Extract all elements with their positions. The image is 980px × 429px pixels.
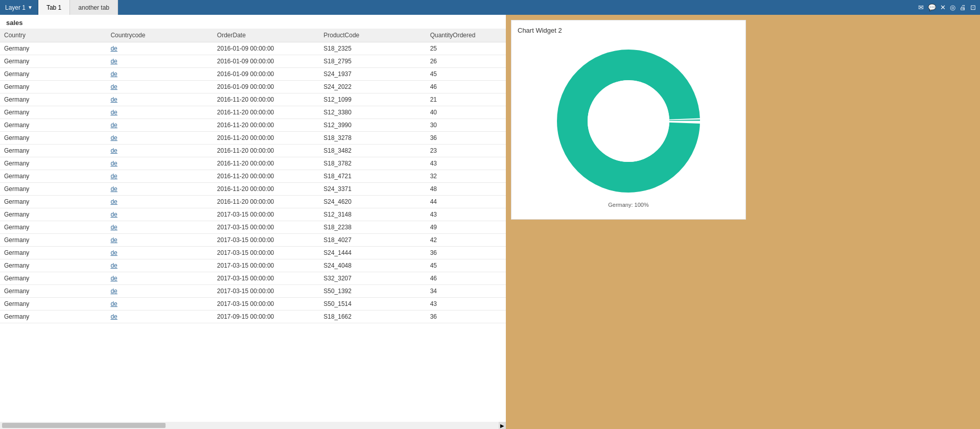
table-scroll-container[interactable]: Country Countrycode OrderDate ProductCod… [0, 29, 506, 422]
chart-title: Chart Widget 2 [518, 27, 739, 34]
donut-chart [552, 44, 705, 198]
table-row: Germanyde2016-01-09 00:00:00S18_232525 [0, 42, 506, 55]
col-header-productcode: ProductCode [319, 29, 426, 42]
table-row: Germanyde2016-11-20 00:00:00S12_338040 [0, 106, 506, 119]
table-row: Germanyde2016-01-09 00:00:00S18_279526 [0, 55, 506, 68]
box-icon[interactable]: ⊡ [970, 4, 976, 11]
table-title: sales [0, 15, 506, 29]
print-icon[interactable]: 🖨 [960, 4, 966, 11]
chart-widget: Chart Widget 2 Germany: 100% [511, 20, 746, 220]
donut-label: Germany: 100% [608, 202, 648, 208]
table-row: Germanyde2016-11-20 00:00:00S12_109921 [0, 93, 506, 106]
chart-panel: Chart Widget 2 Germany: 100% [506, 15, 980, 429]
table-row: Germanyde2017-03-15 00:00:00S50_151443 [0, 298, 506, 311]
mail-icon[interactable]: ✉ [918, 4, 924, 11]
horizontal-scrollbar[interactable]: ▶ [0, 422, 506, 429]
chat-icon[interactable]: 💬 [928, 4, 936, 11]
target-icon[interactable]: ◎ [950, 4, 955, 11]
table-panel: sales Country Countrycode OrderDate Prod… [0, 15, 506, 429]
table-row: Germanyde2016-11-20 00:00:00S24_337148 [0, 183, 506, 196]
table-row: Germanyde2016-11-20 00:00:00S12_399030 [0, 119, 506, 132]
tab-tab1[interactable]: Tab 1 [38, 0, 70, 15]
table-row: Germanyde2016-11-20 00:00:00S18_378243 [0, 157, 506, 170]
layer-label: Layer 1 [5, 4, 26, 11]
table-row: Germanyde2016-11-20 00:00:00S18_327836 [0, 132, 506, 145]
tab-another-tab[interactable]: another tab [70, 0, 118, 15]
table-row: Germanyde2016-01-09 00:00:00S24_202246 [0, 81, 506, 93]
layer-dropdown[interactable]: Layer 1 ▼ [0, 0, 38, 15]
table-row: Germanyde2017-03-15 00:00:00S18_402742 [0, 234, 506, 247]
table-row: Germanyde2017-03-15 00:00:00S24_144436 [0, 247, 506, 259]
table-row: Germanyde2016-11-20 00:00:00S18_472132 [0, 170, 506, 183]
close-icon[interactable]: ✕ [940, 4, 946, 11]
table-row: Germanyde2016-01-09 00:00:00S24_193745 [0, 68, 506, 81]
sales-table: Country Countrycode OrderDate ProductCod… [0, 29, 506, 323]
table-row: Germanyde2016-11-20 00:00:00S24_462044 [0, 196, 506, 208]
svg-point-2 [588, 80, 669, 162]
col-header-countrycode: Countrycode [106, 29, 213, 42]
table-row: Germanyde2016-11-20 00:00:00S18_348223 [0, 145, 506, 157]
col-header-qty: QuantityOrdered [426, 29, 506, 42]
h-scroll-right-arrow[interactable]: ▶ [499, 422, 506, 429]
h-scroll-thumb[interactable] [2, 423, 166, 428]
main-content: sales Country Countrycode OrderDate Prod… [0, 15, 980, 429]
titlebar: Layer 1 ▼ Tab 1 another tab ✉ 💬 ✕ ◎ 🖨 ⊡ [0, 0, 980, 15]
table-row: Germanyde2017-03-15 00:00:00S32_320746 [0, 272, 506, 285]
table-row: Germanyde2017-03-15 00:00:00S24_404845 [0, 259, 506, 272]
table-row: Germanyde2017-03-15 00:00:00S12_314843 [0, 208, 506, 221]
table-row: Germanyde2017-09-15 00:00:00S18_166236 [0, 311, 506, 323]
donut-container: Germany: 100% [518, 39, 739, 213]
chevron-down-icon: ▼ [28, 5, 33, 10]
table-row: Germanyde2017-03-15 00:00:00S50_139234 [0, 285, 506, 298]
table-header-row: Country Countrycode OrderDate ProductCod… [0, 29, 506, 42]
titlebar-icons: ✉ 💬 ✕ ◎ 🖨 ⊡ [918, 4, 980, 11]
col-header-country: Country [0, 29, 106, 42]
table-row: Germanyde2017-03-15 00:00:00S18_223849 [0, 221, 506, 234]
col-header-orderdate: OrderDate [213, 29, 319, 42]
